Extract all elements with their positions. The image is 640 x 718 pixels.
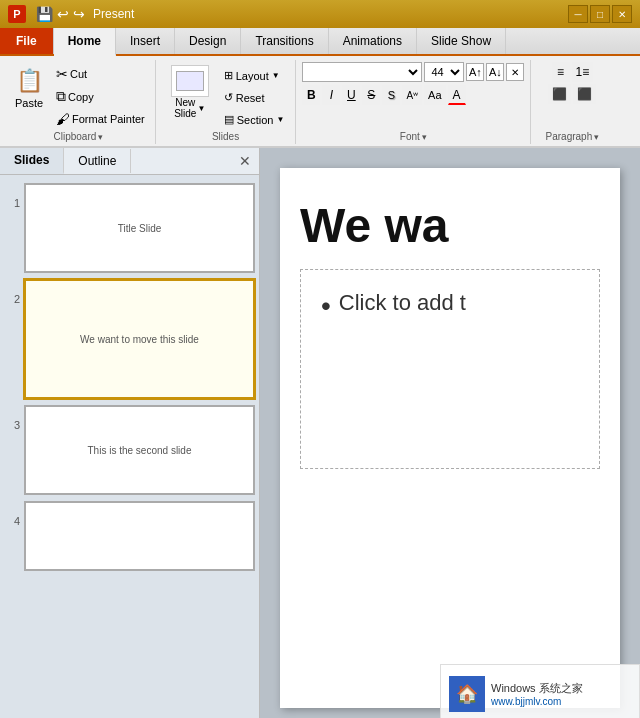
section-dropdown-icon[interactable]: ▼ bbox=[276, 115, 284, 124]
clipboard-buttons: 📋 Paste ✂ Cut ⧉ Copy 🖌 Format Painter bbox=[8, 62, 149, 129]
copy-button[interactable]: ⧉ Copy bbox=[52, 86, 149, 107]
slide-number: 1 bbox=[4, 183, 20, 209]
clipboard-expand-icon[interactable]: ▾ bbox=[98, 132, 103, 142]
watermark-text: Windows 系统之家 bbox=[491, 681, 583, 696]
paragraph-controls: ≡ 1≡ ⬛ ⬛ bbox=[548, 62, 596, 129]
slide-bullet: • Click to add t bbox=[321, 290, 579, 322]
copy-label: Copy bbox=[68, 91, 94, 103]
slide-number: 4 bbox=[4, 501, 20, 527]
align-left-button[interactable]: ⬛ bbox=[548, 84, 571, 104]
slide-thumbnail[interactable]: Title Slide bbox=[24, 183, 255, 273]
list-item: 2 We want to move this slide bbox=[4, 279, 255, 399]
spacing-button[interactable]: Aʷ bbox=[402, 85, 422, 105]
canvas-area: We wa • Click to add t 🏠 Windows 系统之家 ww… bbox=[260, 148, 640, 718]
slides-buttons: NewSlide ▼ ⊞ Layout ▼ ↺ Reset ▤ bbox=[162, 62, 290, 129]
slide-content-box[interactable]: • Click to add t bbox=[300, 269, 600, 469]
list-item: 4 bbox=[4, 501, 255, 571]
quick-access-toolbar: 💾 ↩ ↪ bbox=[36, 6, 85, 22]
slides-group-label: Slides bbox=[212, 131, 239, 142]
layout-button[interactable]: ⊞ Layout ▼ bbox=[219, 66, 290, 85]
ribbon: File Home Insert Design Transitions Anim… bbox=[0, 28, 640, 148]
clear-format-button[interactable]: ✕ bbox=[506, 63, 524, 81]
watermark-url: www.bjjmlv.com bbox=[491, 696, 583, 707]
layout-label: Layout bbox=[236, 70, 269, 82]
paragraph-group: ≡ 1≡ ⬛ ⬛ Paragraph ▾ bbox=[533, 60, 613, 144]
redo-button[interactable]: ↪ bbox=[73, 6, 85, 22]
numbering-button[interactable]: 1≡ bbox=[572, 62, 594, 82]
section-icon: ▤ bbox=[224, 113, 234, 126]
new-slide-icon bbox=[171, 65, 209, 97]
tab-design[interactable]: Design bbox=[175, 28, 241, 54]
font-size-select[interactable]: 44 bbox=[424, 62, 464, 82]
ribbon-tabs: File Home Insert Design Transitions Anim… bbox=[0, 28, 640, 56]
save-button[interactable]: 💾 bbox=[36, 6, 53, 22]
undo-button[interactable]: ↩ bbox=[57, 6, 69, 22]
app-title: Present bbox=[93, 7, 134, 21]
grow-font-button[interactable]: A↑ bbox=[466, 63, 484, 81]
paste-button[interactable]: 📋 Paste bbox=[8, 62, 50, 112]
case-button[interactable]: Aa bbox=[424, 85, 445, 105]
new-slide-dropdown-icon[interactable]: ▼ bbox=[197, 104, 205, 113]
bold-button[interactable]: B bbox=[302, 85, 320, 105]
format-painter-button[interactable]: 🖌 Format Painter bbox=[52, 109, 149, 129]
font-expand-icon[interactable]: ▾ bbox=[422, 132, 427, 142]
tab-slideshow[interactable]: Slide Show bbox=[417, 28, 506, 54]
paragraph-group-label: Paragraph ▾ bbox=[546, 131, 600, 142]
clipboard-small-buttons: ✂ Cut ⧉ Copy 🖌 Format Painter bbox=[52, 62, 149, 129]
app-icon: P bbox=[8, 5, 26, 23]
tab-slides[interactable]: Slides bbox=[0, 148, 64, 174]
bullet-icon: • bbox=[321, 290, 331, 322]
new-slide-button[interactable]: NewSlide ▼ bbox=[162, 62, 218, 122]
main-area: Slides Outline ✕ 1 Title Slide 2 We want… bbox=[0, 148, 640, 718]
tab-home[interactable]: Home bbox=[54, 28, 116, 56]
maximize-button[interactable]: □ bbox=[590, 5, 610, 23]
slide-text: Title Slide bbox=[118, 223, 162, 234]
clipboard-group-label: Clipboard ▾ bbox=[53, 131, 103, 142]
reset-label: Reset bbox=[236, 92, 265, 104]
font-row-1: 44 A↑ A↓ ✕ bbox=[302, 62, 524, 82]
tab-insert[interactable]: Insert bbox=[116, 28, 175, 54]
slide-content-placeholder: Click to add t bbox=[339, 290, 466, 316]
slide-title: We wa bbox=[300, 198, 600, 253]
window-controls: ─ □ ✕ bbox=[568, 5, 632, 23]
cut-button[interactable]: ✂ Cut bbox=[52, 64, 149, 84]
shrink-font-button[interactable]: A↓ bbox=[486, 63, 504, 81]
font-name-select[interactable] bbox=[302, 62, 422, 82]
tab-file[interactable]: File bbox=[0, 28, 54, 54]
copy-icon: ⧉ bbox=[56, 88, 66, 105]
tab-transitions[interactable]: Transitions bbox=[241, 28, 328, 54]
slide-number: 3 bbox=[4, 405, 20, 431]
paste-icon: 📋 bbox=[13, 65, 45, 97]
close-button[interactable]: ✕ bbox=[612, 5, 632, 23]
watermark: 🏠 Windows 系统之家 www.bjjmlv.com bbox=[440, 664, 640, 718]
reset-button[interactable]: ↺ Reset bbox=[219, 88, 290, 107]
paste-label: Paste bbox=[15, 97, 43, 109]
slide-canvas: We wa • Click to add t bbox=[280, 168, 620, 708]
slide-text: We want to move this slide bbox=[80, 334, 199, 345]
tab-animations[interactable]: Animations bbox=[329, 28, 417, 54]
slide-thumbnail[interactable]: This is the second slide bbox=[24, 405, 255, 495]
layout-dropdown-icon[interactable]: ▼ bbox=[272, 71, 280, 80]
slides-group: NewSlide ▼ ⊞ Layout ▼ ↺ Reset ▤ bbox=[158, 60, 297, 144]
font-group-label: Font ▾ bbox=[400, 131, 427, 142]
minimize-button[interactable]: ─ bbox=[568, 5, 588, 23]
strikethrough-button[interactable]: S bbox=[362, 85, 380, 105]
slide-thumbnail[interactable] bbox=[24, 501, 255, 571]
shadow-button[interactable]: S bbox=[382, 85, 400, 105]
align-center-button[interactable]: ⬛ bbox=[573, 84, 596, 104]
tab-outline[interactable]: Outline bbox=[64, 149, 131, 173]
paragraph-expand-icon[interactable]: ▾ bbox=[594, 132, 599, 142]
section-button[interactable]: ▤ Section ▼ bbox=[219, 110, 290, 129]
font-color-button[interactable]: A bbox=[448, 85, 466, 105]
bullets-button[interactable]: ≡ bbox=[552, 62, 570, 82]
watermark-info: Windows 系统之家 www.bjjmlv.com bbox=[491, 681, 583, 707]
para-row-2: ⬛ ⬛ bbox=[548, 84, 596, 104]
underline-button[interactable]: U bbox=[342, 85, 360, 105]
slide-thumbnail[interactable]: We want to move this slide bbox=[24, 279, 255, 399]
panel-close-button[interactable]: ✕ bbox=[231, 149, 259, 173]
italic-button[interactable]: I bbox=[322, 85, 340, 105]
font-controls: 44 A↑ A↓ ✕ B I U S S Aʷ Aa A bbox=[302, 62, 524, 129]
cut-icon: ✂ bbox=[56, 66, 68, 82]
reset-icon: ↺ bbox=[224, 91, 233, 104]
cut-label: Cut bbox=[70, 68, 87, 80]
